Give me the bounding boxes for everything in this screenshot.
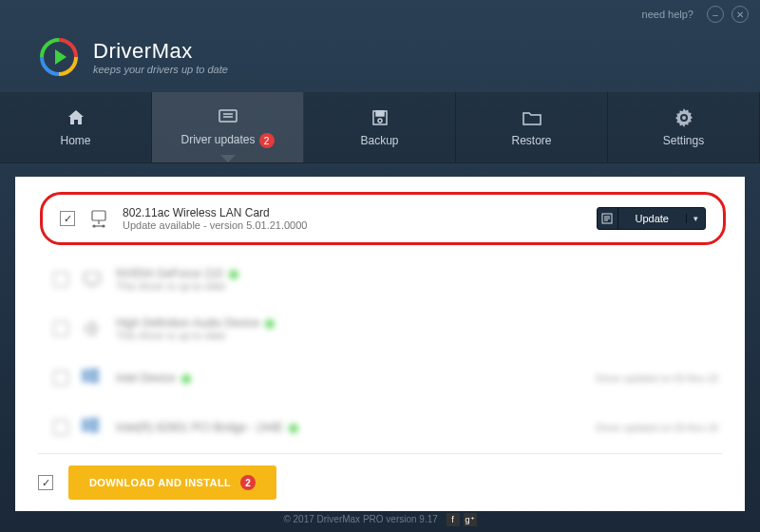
header: DriverMax keeps your drivers up to date bbox=[0, 28, 760, 91]
googleplus-icon[interactable]: g⁺ bbox=[464, 513, 477, 526]
driver-row: NVIDIA GeForce 210 This driver is up-to-… bbox=[38, 255, 733, 304]
home-icon bbox=[66, 107, 86, 128]
tab-label: Restore bbox=[511, 134, 551, 147]
svg-rect-20 bbox=[82, 376, 89, 382]
svg-point-6 bbox=[378, 119, 382, 123]
help-link[interactable]: need help? bbox=[642, 9, 694, 20]
chevron-down-icon[interactable]: ▾ bbox=[686, 214, 705, 223]
driver-row: High Definition Audio Device This driver… bbox=[38, 304, 733, 353]
checkbox[interactable] bbox=[53, 321, 68, 336]
brand: DriverMax keeps your drivers up to date bbox=[93, 39, 228, 75]
tab-label: Home bbox=[60, 134, 90, 147]
driver-name: High Definition Audio Device bbox=[116, 316, 718, 330]
svg-rect-21 bbox=[90, 376, 99, 383]
folder-icon bbox=[522, 107, 542, 128]
gear-icon bbox=[674, 107, 694, 128]
tab-driver-updates[interactable]: Driver updates2 bbox=[152, 92, 304, 162]
checkbox[interactable] bbox=[53, 420, 68, 435]
svg-rect-1 bbox=[219, 110, 237, 122]
minimize-button[interactable]: – bbox=[707, 6, 724, 23]
copyright-text: © 2017 DriverMax PRO version 9.17 bbox=[283, 514, 437, 524]
save-icon bbox=[370, 107, 390, 128]
facebook-icon[interactable]: f bbox=[446, 513, 460, 526]
tab-restore[interactable]: Restore bbox=[456, 92, 608, 162]
tab-label: Settings bbox=[663, 134, 704, 147]
driver-status: This driver is up-to-date bbox=[116, 330, 718, 341]
svg-rect-24 bbox=[82, 426, 89, 431]
status-dot-icon bbox=[289, 424, 298, 433]
download-install-button[interactable]: DOWNLOAD AND INSTALL 2 bbox=[68, 466, 276, 500]
svg-rect-25 bbox=[90, 426, 99, 432]
audio-icon bbox=[82, 318, 103, 339]
driver-status: Update available - version 5.01.21.0000 bbox=[123, 219, 583, 231]
checkbox[interactable] bbox=[53, 370, 68, 386]
driver-row-highlighted: ✓ 802.11ac Wireless LAN Card Update avai… bbox=[40, 192, 726, 245]
driver-row: Intel(R) 82801 PCI Bridge - 244E Driver … bbox=[38, 403, 733, 448]
monitor-icon bbox=[82, 269, 103, 290]
tab-label: Driver updates2 bbox=[180, 133, 274, 148]
driver-info: NVIDIA GeForce 210 This driver is up-to-… bbox=[116, 267, 718, 292]
svg-point-10 bbox=[93, 225, 95, 227]
content-panel: ✓ 802.11ac Wireless LAN Card Update avai… bbox=[15, 177, 745, 511]
driver-name: 802.11ac Wireless LAN Card bbox=[123, 206, 583, 219]
update-button[interactable]: Update ▾ bbox=[597, 207, 706, 230]
driver-list[interactable]: ✓ 802.11ac Wireless LAN Card Update avai… bbox=[38, 190, 733, 448]
driver-updated-date: Driver updated on 03-Nov-16 bbox=[596, 423, 718, 433]
social-icons: f g⁺ bbox=[446, 513, 477, 526]
checkbox[interactable]: ✓ bbox=[60, 211, 75, 226]
updates-badge: 2 bbox=[259, 133, 275, 148]
select-all-checkbox[interactable]: ✓ bbox=[38, 475, 53, 490]
svg-rect-18 bbox=[82, 370, 89, 375]
monitor-icon bbox=[218, 106, 238, 127]
status-dot-icon bbox=[229, 270, 238, 279]
checkbox[interactable] bbox=[53, 272, 68, 287]
svg-rect-19 bbox=[90, 369, 99, 375]
app-tagline: keeps your drivers up to date bbox=[93, 64, 228, 75]
network-card-icon bbox=[88, 208, 109, 229]
download-install-label: DOWNLOAD AND INSTALL bbox=[89, 477, 231, 488]
download-badge: 2 bbox=[240, 475, 256, 490]
svg-rect-7 bbox=[92, 211, 105, 220]
app-title: DriverMax bbox=[93, 39, 228, 64]
tab-backup[interactable]: Backup bbox=[304, 92, 456, 162]
notes-icon bbox=[598, 208, 618, 229]
copyright: © 2017 DriverMax PRO version 9.17 f g⁺ bbox=[0, 513, 760, 526]
close-button[interactable]: ✕ bbox=[732, 6, 749, 23]
driver-name: Intel(R) 82801 PCI Bridge - 244E bbox=[116, 421, 582, 434]
svg-rect-16 bbox=[85, 273, 100, 283]
windows-icon bbox=[82, 417, 103, 438]
svg-rect-5 bbox=[376, 111, 384, 116]
driver-info: Intel(R) 82801 PCI Bridge - 244E bbox=[116, 421, 582, 434]
driver-name: NVIDIA GeForce 210 bbox=[116, 267, 718, 280]
status-dot-icon bbox=[265, 319, 275, 329]
footer-bar: ✓ DOWNLOAD AND INSTALL 2 bbox=[38, 453, 722, 500]
logo-icon bbox=[38, 36, 80, 78]
driver-row: Intel Device Driver updated on 03-Nov-16 bbox=[38, 353, 733, 403]
update-button-label: Update bbox=[618, 213, 686, 224]
driver-status: This driver is up-to-date bbox=[116, 280, 718, 292]
driver-updated-date: Driver updated on 03-Nov-16 bbox=[596, 373, 718, 384]
titlebar: need help? – ✕ bbox=[0, 0, 760, 28]
driver-info: Intel Device bbox=[116, 371, 582, 385]
status-dot-icon bbox=[181, 374, 191, 384]
svg-rect-23 bbox=[90, 418, 99, 425]
driver-info: 802.11ac Wireless LAN Card Update availa… bbox=[123, 206, 583, 231]
tab-label: Backup bbox=[360, 134, 398, 147]
nav-tabs: Home Driver updates2 Backup Restore Sett… bbox=[0, 91, 760, 163]
driver-info: High Definition Audio Device This driver… bbox=[116, 316, 718, 341]
svg-rect-22 bbox=[82, 419, 89, 425]
windows-icon bbox=[82, 368, 103, 389]
tab-settings[interactable]: Settings bbox=[608, 92, 760, 162]
svg-point-11 bbox=[103, 225, 104, 227]
tab-home[interactable]: Home bbox=[0, 92, 152, 162]
driver-name: Intel Device bbox=[116, 371, 582, 385]
